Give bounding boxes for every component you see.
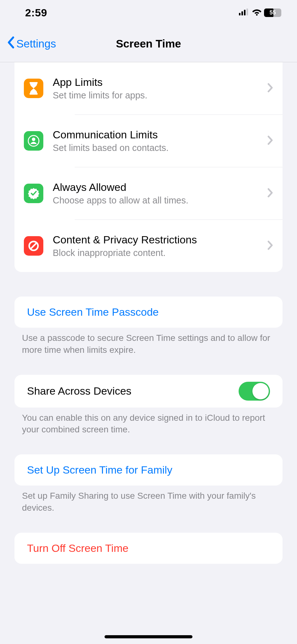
back-button[interactable]: Settings [0, 36, 56, 51]
svg-rect-1 [241, 11, 243, 15]
back-label: Settings [16, 37, 56, 50]
passcode-footer: Use a passcode to secure Screen Time set… [0, 328, 297, 356]
chevron-right-icon [267, 136, 273, 146]
use-passcode-label: Use Screen Time Passcode [27, 306, 159, 318]
row-content-privacy[interactable]: Content & Privacy Restrictions Block ina… [14, 220, 283, 272]
group-family: Set Up Screen Time for Family [14, 454, 283, 486]
turn-off-button[interactable]: Turn Off Screen Time [14, 533, 283, 564]
setup-family-label: Set Up Screen Time for Family [27, 464, 172, 476]
group-turn-off: Turn Off Screen Time [14, 533, 283, 564]
row-app-limits-title: App Limits [53, 76, 256, 88]
battery-level: 55 [264, 8, 281, 17]
checkmark-seal-icon [24, 184, 43, 203]
chevron-right-icon [267, 83, 273, 94]
share-across-devices-label: Share Across Devices [27, 385, 132, 397]
home-indicator[interactable] [105, 635, 192, 638]
row-content-privacy-title: Content & Privacy Restrictions [53, 234, 256, 246]
svg-rect-5 [30, 82, 38, 84]
settings-group-limits: App Limits Set time limits for apps. [14, 62, 283, 272]
nav-header: Settings Screen Time [0, 25, 297, 62]
status-bar: 2:59 55 [0, 0, 297, 25]
svg-point-8 [32, 138, 35, 141]
svg-rect-0 [239, 13, 240, 15]
svg-point-4 [256, 14, 257, 15]
status-time: 2:59 [25, 7, 47, 19]
battery-icon: 55 [264, 8, 281, 17]
hourglass-icon [24, 79, 43, 98]
row-communication-limits-subtitle: Set limits based on contacts. [53, 143, 256, 153]
row-always-allowed-subtitle: Choose apps to allow at all times. [53, 195, 256, 206]
status-icons: 55 [239, 8, 281, 17]
use-passcode-button[interactable]: Use Screen Time Passcode [14, 297, 283, 328]
row-communication-limits-title: Communication Limits [53, 129, 256, 141]
svg-rect-3 [246, 8, 248, 15]
family-footer: Set up Family Sharing to use Screen Time… [0, 486, 297, 514]
contact-icon [24, 131, 43, 151]
svg-line-10 [30, 243, 37, 249]
row-always-allowed[interactable]: Always Allowed Choose apps to allow at a… [14, 167, 283, 219]
share-toggle[interactable] [239, 382, 270, 401]
row-app-limits[interactable]: App Limits Set time limits for apps. [14, 62, 283, 114]
svg-rect-2 [244, 10, 246, 15]
group-passcode: Use Screen Time Passcode [14, 297, 283, 328]
row-always-allowed-title: Always Allowed [53, 181, 256, 193]
row-communication-limits[interactable]: Communication Limits Set limits based on… [14, 115, 283, 167]
row-content-privacy-subtitle: Block inappropriate content. [53, 248, 256, 258]
cellular-icon [239, 8, 250, 17]
share-across-devices-row: Share Across Devices [14, 375, 283, 408]
setup-family-button[interactable]: Set Up Screen Time for Family [14, 454, 283, 486]
share-footer: You can enable this on any device signed… [0, 408, 297, 436]
chevron-right-icon [267, 241, 273, 251]
wifi-icon [252, 8, 262, 17]
chevron-left-icon [7, 36, 14, 51]
svg-rect-6 [30, 93, 38, 95]
row-app-limits-subtitle: Set time limits for apps. [53, 90, 256, 101]
chevron-right-icon [267, 188, 273, 199]
group-share: Share Across Devices [14, 375, 283, 408]
no-sign-icon [24, 236, 43, 256]
turn-off-label: Turn Off Screen Time [27, 542, 128, 554]
